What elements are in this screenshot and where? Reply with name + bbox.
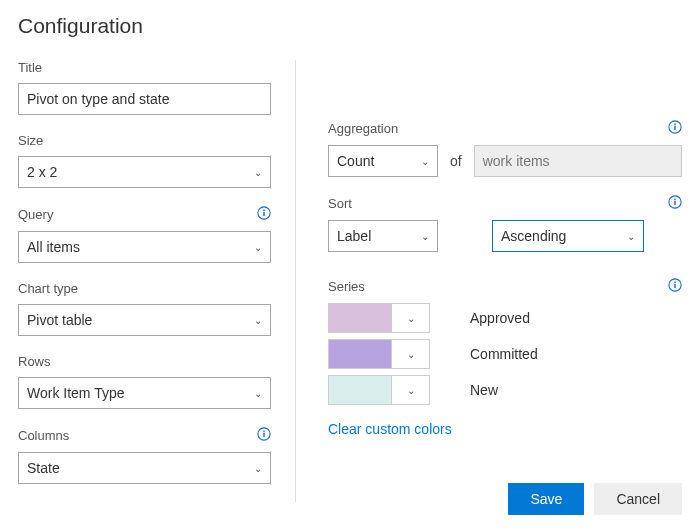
info-icon[interactable] bbox=[257, 206, 271, 223]
svg-rect-7 bbox=[674, 126, 675, 130]
chevron-down-icon: ⌄ bbox=[254, 463, 262, 474]
rows-select[interactable]: Work Item Type ⌄ bbox=[18, 377, 271, 409]
chart-type-value: Pivot table bbox=[27, 312, 92, 328]
aggregation-value: Count bbox=[337, 153, 374, 169]
rows-value: Work Item Type bbox=[27, 385, 125, 401]
columns-select[interactable]: State ⌄ bbox=[18, 452, 271, 484]
chevron-down-icon: ⌄ bbox=[254, 242, 262, 253]
color-swatch bbox=[328, 303, 392, 333]
query-value: All items bbox=[27, 239, 80, 255]
color-swatch bbox=[328, 375, 392, 405]
save-button[interactable]: Save bbox=[508, 483, 584, 515]
cancel-button[interactable]: Cancel bbox=[594, 483, 682, 515]
chevron-down-icon: ⌄ bbox=[627, 231, 635, 242]
color-picker-button[interactable]: ⌄ bbox=[392, 375, 430, 405]
series-label: Series bbox=[328, 279, 365, 294]
svg-rect-11 bbox=[674, 199, 675, 200]
chevron-down-icon: ⌄ bbox=[421, 156, 429, 167]
info-icon[interactable] bbox=[668, 278, 682, 295]
columns-value: State bbox=[27, 460, 60, 476]
svg-rect-8 bbox=[674, 124, 675, 125]
svg-rect-13 bbox=[674, 284, 675, 288]
columns-label: Columns bbox=[18, 428, 69, 443]
size-select[interactable]: 2 x 2 ⌄ bbox=[18, 156, 271, 188]
svg-rect-5 bbox=[263, 431, 264, 432]
title-label: Title bbox=[18, 60, 42, 75]
series-row: ⌄Committed bbox=[328, 339, 682, 369]
aggregation-label: Aggregation bbox=[328, 121, 398, 136]
series-row: ⌄New bbox=[328, 375, 682, 405]
svg-rect-4 bbox=[263, 433, 264, 437]
chevron-down-icon: ⌄ bbox=[254, 167, 262, 178]
chevron-down-icon: ⌄ bbox=[254, 315, 262, 326]
sort-label: Sort bbox=[328, 196, 352, 211]
rows-label: Rows bbox=[18, 354, 51, 369]
sort-by-value: Label bbox=[337, 228, 371, 244]
chevron-down-icon: ⌄ bbox=[407, 313, 415, 324]
info-icon[interactable] bbox=[257, 427, 271, 444]
chevron-down-icon: ⌄ bbox=[407, 385, 415, 396]
chevron-down-icon: ⌄ bbox=[254, 388, 262, 399]
sort-by-select[interactable]: Label ⌄ bbox=[328, 220, 438, 252]
color-picker-button[interactable]: ⌄ bbox=[392, 339, 430, 369]
size-label: Size bbox=[18, 133, 43, 148]
sort-direction-select[interactable]: Ascending ⌄ bbox=[492, 220, 644, 252]
chart-type-select[interactable]: Pivot table ⌄ bbox=[18, 304, 271, 336]
svg-rect-2 bbox=[263, 210, 264, 211]
series-name: Approved bbox=[470, 310, 530, 326]
page-title: Configuration bbox=[18, 14, 682, 38]
chart-type-label: Chart type bbox=[18, 281, 78, 296]
left-panel: Title Size 2 x 2 ⌄ Query All items ⌄ Cha… bbox=[18, 60, 296, 502]
svg-rect-1 bbox=[263, 212, 264, 216]
aggregation-select[interactable]: Count ⌄ bbox=[328, 145, 438, 177]
right-panel: Aggregation Count ⌄ of work items Sort L… bbox=[296, 60, 682, 502]
sort-direction-value: Ascending bbox=[501, 228, 566, 244]
series-row: ⌄Approved bbox=[328, 303, 682, 333]
svg-rect-10 bbox=[674, 201, 675, 205]
series-name: New bbox=[470, 382, 498, 398]
series-name: Committed bbox=[470, 346, 538, 362]
size-value: 2 x 2 bbox=[27, 164, 57, 180]
color-picker-button[interactable]: ⌄ bbox=[392, 303, 430, 333]
title-input[interactable] bbox=[18, 83, 271, 115]
clear-colors-link[interactable]: Clear custom colors bbox=[328, 421, 452, 437]
query-select[interactable]: All items ⌄ bbox=[18, 231, 271, 263]
of-text: of bbox=[450, 153, 462, 169]
chevron-down-icon: ⌄ bbox=[407, 349, 415, 360]
color-swatch bbox=[328, 339, 392, 369]
info-icon[interactable] bbox=[668, 195, 682, 212]
query-label: Query bbox=[18, 207, 53, 222]
svg-rect-14 bbox=[674, 282, 675, 283]
info-icon[interactable] bbox=[668, 120, 682, 137]
chevron-down-icon: ⌄ bbox=[421, 231, 429, 242]
aggregation-target: work items bbox=[474, 145, 682, 177]
